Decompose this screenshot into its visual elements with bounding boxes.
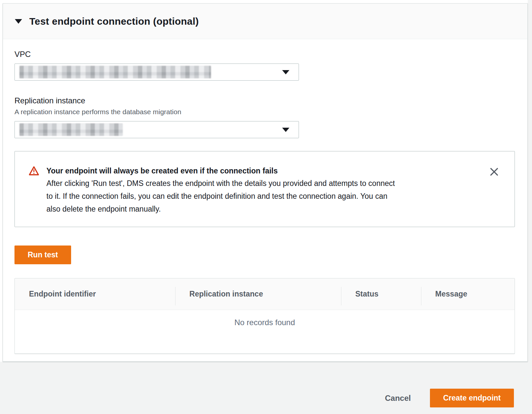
section-body: VPC Replication instance A replication i… [3, 39, 527, 354]
replication-instance-description: A replication instance performs the data… [14, 108, 515, 116]
section-title: Test endpoint connection (optional) [29, 16, 199, 27]
vpc-select[interactable] [14, 64, 299, 81]
test-endpoint-connection-panel: Test endpoint connection (optional) VPC … [3, 3, 528, 362]
cancel-button[interactable]: Cancel [385, 394, 411, 403]
section-header-test-endpoint-connection[interactable]: Test endpoint connection (optional) [3, 4, 527, 39]
create-endpoint-button[interactable]: Create endpoint [430, 389, 514, 407]
dropdown-caret-icon [282, 70, 289, 74]
dropdown-caret-icon [282, 128, 289, 132]
footer-actions: Cancel Create endpoint [385, 389, 514, 407]
triangle-down-icon [15, 19, 22, 24]
vpc-selected-value-redacted [19, 66, 211, 78]
warning-title: Your endpoint will always be created eve… [46, 165, 395, 177]
warning-body-line: After clicking 'Run test', DMS creates t… [46, 177, 395, 190]
warning-text-block: Your endpoint will always be created eve… [46, 165, 395, 216]
close-icon[interactable] [489, 167, 499, 177]
spacer [14, 81, 515, 96]
endpoint-warning-alert: Your endpoint will always be created eve… [14, 151, 515, 227]
replication-instance-select[interactable] [14, 121, 299, 138]
column-header-status: Status [341, 290, 421, 298]
column-header-endpoint-identifier: Endpoint identifier [15, 290, 175, 298]
replication-instance-selected-value-redacted [19, 123, 123, 136]
warning-body-line: also delete the endpoint manually. [46, 203, 395, 216]
run-test-button[interactable]: Run test [14, 246, 71, 264]
vpc-label: VPC [14, 50, 515, 59]
warning-triangle-icon [29, 166, 39, 216]
column-header-replication-instance: Replication instance [175, 290, 341, 298]
column-header-message: Message [421, 290, 515, 298]
test-results-table: Endpoint identifier Replication instance… [14, 278, 515, 354]
warning-body-line: to it. If the connection fails, you can … [46, 190, 395, 203]
replication-instance-label: Replication instance [14, 96, 515, 105]
table-header-row: Endpoint identifier Replication instance… [15, 278, 515, 310]
table-empty-message: No records found [15, 310, 515, 353]
